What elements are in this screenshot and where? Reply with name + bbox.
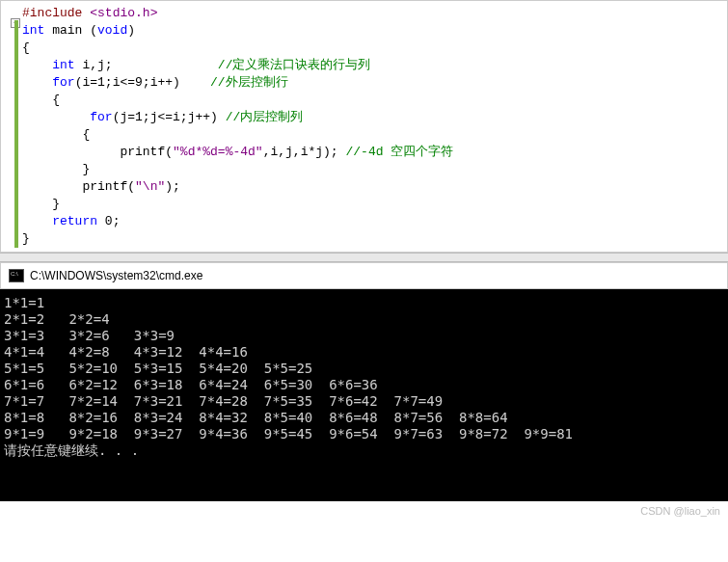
console-line: 9*1=9 9*2=18 9*3=27 9*4=36 9*5=45 9*6=54… [4, 426, 724, 442]
code-line: } [22, 196, 727, 213]
code-line: int i,j; //定义乘法口诀表的行与列 [22, 57, 727, 74]
code-line: } [22, 230, 727, 248]
console-output[interactable]: 1*1=1 2*1=2 2*2=4 3*1=3 3*2=6 3*3=9 4*1=… [0, 289, 728, 501]
code-line: { [22, 92, 727, 109]
watermark-text: CSDN @liao_xin [0, 501, 728, 521]
code-editor[interactable]: − #include <stdio.h> int main (void) { i… [0, 0, 728, 253]
code-line: } [22, 161, 727, 178]
console-title-text: C:\WINDOWS\system32\cmd.exe [30, 269, 202, 282]
console-line: 请按任意键继续. . . [4, 442, 724, 459]
console-line: 3*1=3 3*2=6 3*3=9 [4, 328, 724, 344]
code-line: for(i=1;i<=9;i++) //外层控制行 [22, 74, 727, 92]
console-line: 5*1=5 5*2=10 5*3=15 5*4=20 5*5=25 [4, 361, 724, 377]
console-line: 4*1=4 4*2=8 4*3=12 4*4=16 [4, 344, 724, 361]
code-line: printf("%d*%d=%-4d",i,j,i*j); //-4d 空四个字… [22, 144, 727, 161]
editor-gutter [1, 5, 14, 248]
fold-guide-line [14, 20, 18, 248]
console-line: 8*1=8 8*2=16 8*3=24 8*4=32 8*5=40 8*6=48… [4, 410, 724, 426]
console-line: 6*1=6 6*2=12 6*3=18 6*4=24 6*5=30 6*6=36 [4, 377, 724, 393]
window-divider [0, 253, 728, 262]
code-line: { [22, 40, 727, 57]
code-line: return 0; [22, 213, 727, 230]
console-line: 1*1=1 [4, 295, 724, 311]
console-title-bar[interactable]: C:\WINDOWS\system32\cmd.exe [0, 262, 728, 289]
code-line: #include <stdio.h> [22, 5, 727, 22]
console-line: 7*1=7 7*2=14 7*3=21 7*4=28 7*5=35 7*6=42… [4, 393, 724, 410]
cmd-icon [9, 269, 24, 282]
code-line: printf("\n"); [22, 178, 727, 196]
code-line: for(j=1;j<=i;j++) //内层控制列 [22, 109, 727, 126]
code-line: int main (void) [22, 22, 727, 40]
code-line: { [22, 126, 727, 144]
console-line: 2*1=2 2*2=4 [4, 311, 724, 328]
code-content[interactable]: #include <stdio.h> int main (void) { int… [1, 5, 727, 248]
